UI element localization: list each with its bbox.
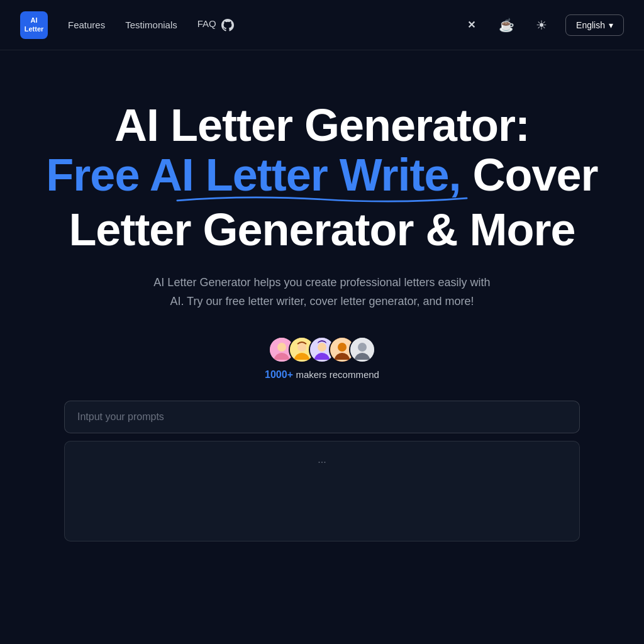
- sun-icon: ☀: [536, 18, 547, 33]
- chevron-down-icon: ▾: [609, 20, 613, 30]
- logo-box: AILetter: [20, 11, 48, 39]
- coffee-icon: ☕: [499, 18, 514, 33]
- input-area: ...: [64, 401, 580, 541]
- social-proof-label: makers recommend: [296, 369, 379, 380]
- svg-point-7: [338, 343, 347, 352]
- x-icon: ✕: [467, 19, 475, 31]
- language-label: English: [576, 20, 605, 30]
- logo-link[interactable]: AILetter: [20, 11, 48, 39]
- hero-title-line3: Letter Generator & More: [46, 205, 597, 255]
- social-proof-count: 1000+: [265, 369, 293, 380]
- svg-point-5: [318, 343, 326, 352]
- nav-links: Features Testimonials FAQ: [68, 18, 460, 31]
- hero-section: AI Letter Generator: Free AI Letter Writ…: [0, 50, 644, 541]
- hero-subtitle-line1: AI Letter Generator helps you create pro…: [153, 276, 490, 289]
- hero-title-blue: Free AI Letter Write,: [46, 150, 460, 200]
- github-icon: [221, 19, 234, 31]
- hero-heading: AI Letter Generator: Free AI Letter Writ…: [46, 101, 597, 255]
- avatar-5: [349, 336, 375, 363]
- language-button[interactable]: English ▾: [565, 14, 624, 36]
- navbar: AILetter Features Testimonials FAQ ✕ ☕ ☀…: [0, 0, 644, 50]
- nav-link-faq[interactable]: FAQ: [197, 18, 234, 31]
- social-proof: 1000+ makers recommend: [265, 336, 379, 380]
- coffee-button[interactable]: ☕: [495, 14, 518, 36]
- hero-subtitle-line2: AI. Try our free letter writer, cover le…: [170, 295, 474, 308]
- nav-link-testimonials[interactable]: Testimonials: [125, 19, 177, 30]
- output-area: ...: [64, 441, 580, 541]
- nav-icons: ✕ ☕ ☀ English ▾: [460, 14, 624, 36]
- svg-point-9: [358, 343, 367, 352]
- hero-title-white2: Cover: [461, 150, 598, 200]
- social-proof-text: 1000+ makers recommend: [265, 369, 379, 380]
- hero-subtitle: AI Letter Generator helps you create pro…: [153, 273, 490, 311]
- output-placeholder: ...: [318, 454, 326, 465]
- prompt-input[interactable]: [64, 401, 580, 433]
- nav-link-features[interactable]: Features: [68, 19, 105, 30]
- logo-text-inner: AILetter: [25, 16, 44, 33]
- theme-toggle-button[interactable]: ☀: [530, 14, 553, 36]
- svg-point-3: [297, 343, 306, 352]
- twitter-button[interactable]: ✕: [460, 14, 482, 36]
- svg-point-1: [277, 343, 286, 352]
- avatar-group: [269, 336, 375, 363]
- hero-title-line1: AI Letter Generator:: [46, 101, 597, 150]
- hero-title-line2: Free AI Letter Write, Cover: [46, 150, 597, 200]
